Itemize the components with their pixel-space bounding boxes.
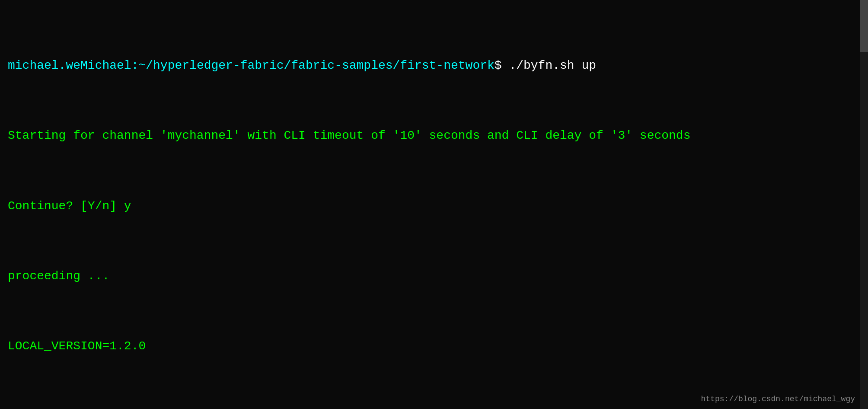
line-continue: Continue? [Y/n] y [8, 199, 131, 213]
terminal-line-3: Continue? [Y/n] y [8, 198, 860, 215]
scrollbar[interactable] [860, 0, 868, 409]
terminal-line-2: Starting for channel 'mychannel' with CL… [8, 127, 860, 145]
terminal-line-5: LOCAL_VERSION=1.2.0 [8, 338, 860, 355]
terminal-line-1: michael.weMichael:~/hyperledger-fabric/f… [8, 57, 860, 75]
line-proceeding: proceeding ... [8, 269, 109, 283]
line-starting: Starting for channel 'mychannel' with CL… [8, 129, 690, 142]
prompt-path: Michael:~/hyperledger-fabric/fabric-samp… [80, 59, 495, 72]
terminal-line-4: proceeding ... [8, 268, 860, 285]
scrollbar-thumb[interactable] [860, 0, 868, 52]
terminal-content: michael.weMichael:~/hyperledger-fabric/f… [8, 4, 860, 409]
watermark: https://blog.csdn.net/michael_wgy [701, 393, 855, 405]
prompt-user: michael.we [8, 59, 80, 72]
line-local-version: LOCAL_VERSION=1.2.0 [8, 339, 146, 353]
prompt-command: $ ./byfn.sh up [495, 59, 596, 72]
